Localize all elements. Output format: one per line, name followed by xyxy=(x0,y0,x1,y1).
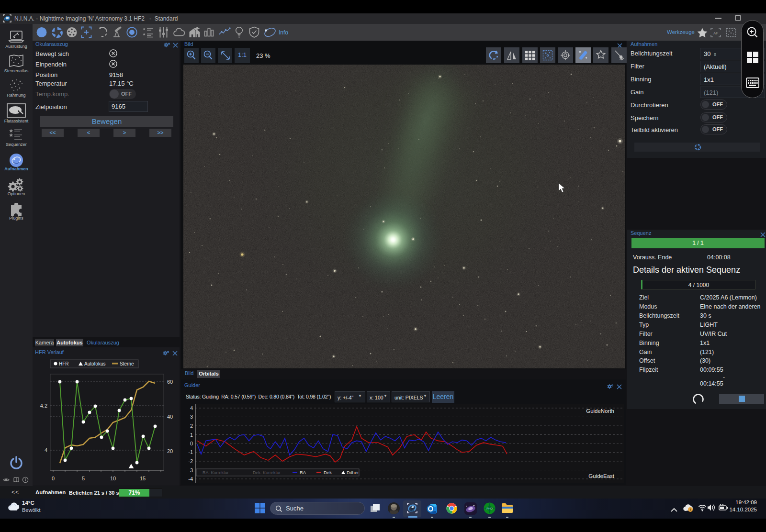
svg-text:Dither: Dither xyxy=(347,470,359,475)
svg-text:0: 0 xyxy=(52,476,55,481)
svg-text:AF: AF xyxy=(713,31,718,35)
svg-text:Dek: Korrektur: Dek: Korrektur xyxy=(253,470,281,475)
svg-text:4: 4 xyxy=(45,447,47,453)
svg-text:-1: -1 xyxy=(188,449,193,455)
svg-text:Dek: Dek xyxy=(324,470,332,475)
svg-text:-3: -3 xyxy=(188,467,193,473)
svg-text:!: ! xyxy=(690,508,691,512)
svg-text:Autofokus: Autofokus xyxy=(84,361,105,366)
svg-text:HFR: HFR xyxy=(59,361,69,366)
svg-text:GuideEast: GuideEast xyxy=(588,473,615,479)
svg-text:4.2: 4.2 xyxy=(40,403,47,409)
svg-text:Sterne: Sterne xyxy=(120,361,134,366)
svg-text:20: 20 xyxy=(167,448,173,454)
svg-text:0: 0 xyxy=(190,441,193,446)
svg-text:5: 5 xyxy=(82,476,85,481)
svg-text:4: 4 xyxy=(190,405,193,411)
svg-text:1: 1 xyxy=(190,432,193,438)
svg-text:10: 10 xyxy=(110,476,116,481)
svg-text:-2: -2 xyxy=(188,458,193,464)
svg-text:15: 15 xyxy=(140,476,146,481)
svg-text:60: 60 xyxy=(167,379,173,385)
svg-text:40: 40 xyxy=(167,414,173,420)
svg-text:2: 2 xyxy=(190,423,193,429)
svg-text:3: 3 xyxy=(190,414,193,420)
svg-text:RA: RA xyxy=(300,470,306,475)
svg-text:RA: Korrektur: RA: Korrektur xyxy=(203,470,229,475)
svg-text:PHD: PHD xyxy=(486,507,493,510)
svg-text:-4: -4 xyxy=(188,476,193,482)
svg-text:GuideNorth: GuideNorth xyxy=(586,408,614,414)
